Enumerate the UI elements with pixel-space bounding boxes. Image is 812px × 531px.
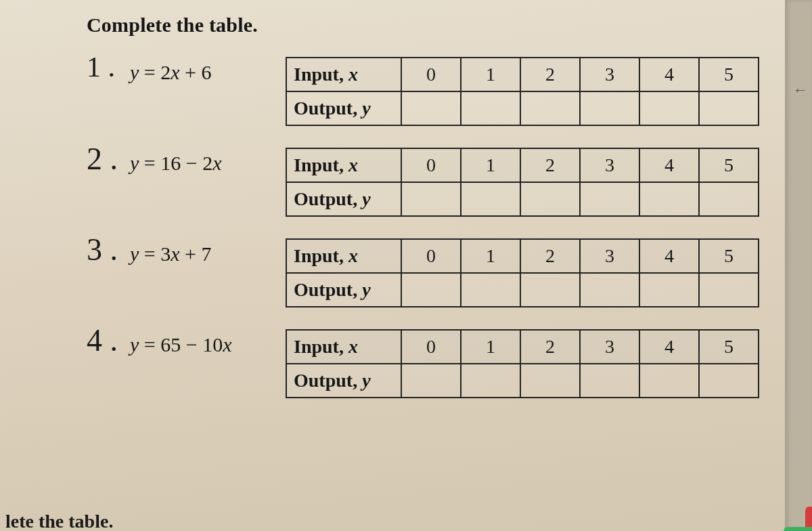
output-cell[interactable] — [401, 273, 461, 307]
eqn-x: x — [171, 242, 179, 265]
page-edge: ← — [785, 0, 812, 531]
input-label: Input, x — [286, 330, 401, 364]
output-cell[interactable] — [580, 273, 639, 307]
input-cell: 4 — [639, 330, 699, 364]
output-cell[interactable] — [461, 364, 520, 398]
input-cell: 4 — [639, 239, 699, 273]
input-label: Input, x — [286, 148, 401, 182]
problem-number: 4 . — [87, 325, 130, 356]
eqn-tail: + 7 — [180, 242, 212, 265]
input-cell: 3 — [580, 330, 639, 364]
output-cell[interactable] — [520, 182, 580, 216]
output-row: Output, y — [286, 182, 759, 216]
output-cell[interactable] — [639, 273, 699, 307]
input-cell: 3 — [580, 58, 639, 91]
problem-number: 3 . — [87, 234, 130, 266]
eqn-x: x — [171, 61, 179, 83]
eqn-y: y — [130, 61, 139, 83]
output-cell[interactable] — [580, 91, 639, 125]
input-cell: 5 — [699, 148, 759, 182]
equation: y = 65 − 10x — [130, 333, 286, 356]
input-cell: 1 — [461, 148, 520, 182]
eqn-eq: = 3 — [139, 242, 171, 265]
input-cell: 5 — [699, 239, 759, 273]
output-cell[interactable] — [401, 182, 461, 216]
problem-4: 4 . y = 65 − 10x Input, x 0 1 2 3 4 5 Ou… — [87, 329, 785, 398]
input-cell: 2 — [520, 330, 580, 364]
eqn-x: x — [212, 152, 221, 174]
eqn-eq: = 16 − 2 — [139, 152, 212, 174]
problem-number: 2 . — [87, 144, 130, 175]
input-cell: 0 — [401, 330, 461, 364]
input-cell: 2 — [520, 58, 580, 91]
output-cell[interactable] — [580, 364, 639, 398]
eqn-x: x — [223, 333, 231, 356]
side-green-tab — [784, 527, 812, 531]
input-row: Input, x 0 1 2 3 4 5 — [286, 58, 759, 91]
input-cell: 2 — [520, 239, 580, 273]
equation: y = 3x + 7 — [130, 242, 286, 266]
input-cell: 5 — [699, 330, 759, 364]
output-label: Output, y — [286, 182, 401, 216]
output-cell[interactable] — [461, 91, 520, 125]
eqn-y: y — [130, 242, 139, 265]
input-cell: 0 — [401, 239, 461, 273]
output-label: Output, y — [286, 364, 401, 398]
input-row: Input, x 0 1 2 3 4 5 — [286, 330, 759, 364]
back-arrow-icon[interactable]: ← — [793, 81, 808, 99]
output-cell[interactable] — [639, 182, 699, 216]
input-cell: 3 — [580, 239, 639, 273]
equation: y = 16 − 2x — [130, 152, 286, 175]
output-cell[interactable] — [520, 364, 580, 398]
output-cell[interactable] — [639, 364, 699, 398]
problem-number: 1 . — [87, 53, 130, 81]
output-row: Output, y — [286, 273, 759, 307]
output-cell[interactable] — [520, 91, 580, 125]
output-cell[interactable] — [401, 91, 461, 125]
eqn-eq: = 2 — [139, 61, 171, 83]
input-cell: 0 — [401, 148, 461, 182]
output-cell[interactable] — [401, 364, 461, 398]
io-table: Input, x 0 1 2 3 4 5 Output, y — [286, 148, 759, 217]
eqn-eq: = 65 − 10 — [139, 333, 223, 356]
output-row: Output, y — [286, 91, 759, 125]
input-row: Input, x 0 1 2 3 4 5 — [286, 239, 759, 273]
page-title: Complete the table. — [87, 14, 785, 37]
input-cell: 3 — [580, 148, 639, 182]
input-cell: 1 — [461, 330, 520, 364]
input-cell: 2 — [520, 148, 580, 182]
output-cell[interactable] — [699, 364, 759, 398]
output-cell[interactable] — [520, 273, 580, 307]
cutoff-text: lete the table. — [0, 512, 113, 531]
input-cell: 0 — [401, 58, 461, 91]
output-cell[interactable] — [639, 91, 699, 125]
output-cell[interactable] — [699, 182, 759, 216]
input-cell: 5 — [699, 58, 759, 91]
output-cell[interactable] — [461, 182, 520, 216]
output-cell[interactable] — [461, 273, 520, 307]
input-label: Input, x — [286, 239, 401, 273]
problem-1: 1 . y = 2x + 6 Input, x 0 1 2 3 4 5 Outp… — [87, 57, 785, 126]
eqn-y: y — [130, 333, 139, 356]
input-cell: 1 — [461, 239, 520, 273]
output-cell[interactable] — [699, 91, 759, 125]
eqn-tail: + 6 — [180, 61, 212, 83]
problem-3: 3 . y = 3x + 7 Input, x 0 1 2 3 4 5 Outp… — [87, 238, 785, 307]
eqn-y: y — [130, 152, 139, 174]
problem-2: 2 . y = 16 − 2x Input, x 0 1 2 3 4 5 Out… — [87, 148, 785, 217]
output-cell[interactable] — [699, 273, 759, 307]
output-label: Output, y — [286, 273, 401, 307]
io-table: Input, x 0 1 2 3 4 5 Output, y — [286, 329, 759, 398]
input-row: Input, x 0 1 2 3 4 5 — [286, 148, 759, 182]
worksheet-page: Complete the table. 1 . y = 2x + 6 Input… — [0, 0, 785, 531]
output-row: Output, y — [286, 364, 759, 398]
input-label: Input, x — [286, 58, 401, 91]
input-cell: 4 — [639, 58, 699, 91]
io-table: Input, x 0 1 2 3 4 5 Output, y — [286, 238, 759, 307]
io-table: Input, x 0 1 2 3 4 5 Output, y — [286, 57, 759, 126]
equation: y = 2x + 6 — [130, 61, 286, 84]
output-label: Output, y — [286, 91, 401, 125]
output-cell[interactable] — [580, 182, 639, 216]
input-cell: 1 — [461, 58, 520, 91]
input-cell: 4 — [639, 148, 699, 182]
